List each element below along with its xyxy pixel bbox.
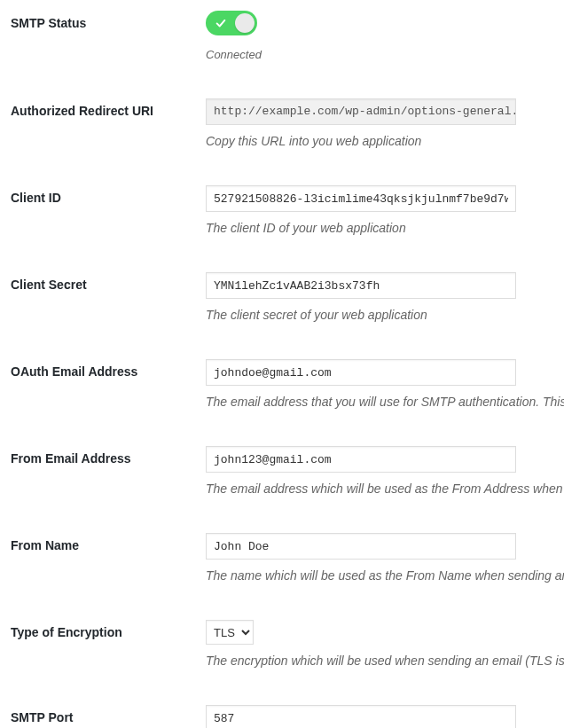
from-name-desc: The name which will be used as the From … xyxy=(206,568,564,583)
smtp-port-input[interactable] xyxy=(206,705,516,728)
encryption-select[interactable]: TLS xyxy=(206,620,254,645)
toggle-knob xyxy=(235,13,255,33)
from-email-input[interactable] xyxy=(206,446,516,473)
from-email-label: From Email Address xyxy=(11,446,206,466)
from-name-input[interactable] xyxy=(206,533,516,560)
client-secret-desc: The client secret of your web applicatio… xyxy=(206,308,564,322)
from-email-desc: The email address which will be used as … xyxy=(206,481,564,496)
client-id-label: Client ID xyxy=(11,185,206,205)
oauth-email-desc: The email address that you will use for … xyxy=(206,395,564,409)
smtp-status-text: Connected xyxy=(206,48,564,61)
smtp-port-label: SMTP Port xyxy=(11,705,206,724)
check-icon xyxy=(215,17,227,29)
redirect-uri-value: http://example.com/wp-admin/options-gene… xyxy=(206,98,516,125)
from-name-label: From Name xyxy=(11,533,206,552)
encryption-desc: The encryption which will be used when s… xyxy=(206,654,564,668)
oauth-email-label: OAuth Email Address xyxy=(11,359,206,379)
client-secret-input[interactable] xyxy=(206,272,516,299)
redirect-uri-label: Authorized Redirect URI xyxy=(11,98,206,118)
smtp-status-toggle[interactable] xyxy=(206,11,257,35)
client-secret-label: Client Secret xyxy=(11,272,206,292)
client-id-desc: The client ID of your web application xyxy=(206,221,564,235)
client-id-input[interactable] xyxy=(206,185,516,212)
redirect-uri-desc: Copy this URL into you web application xyxy=(206,134,564,148)
oauth-email-input[interactable] xyxy=(206,359,516,386)
smtp-status-label: SMTP Status xyxy=(11,11,206,30)
encryption-label: Type of Encryption xyxy=(11,620,206,639)
